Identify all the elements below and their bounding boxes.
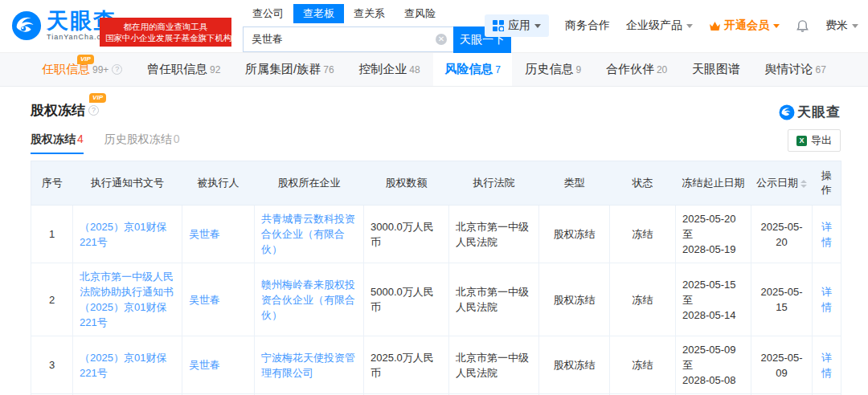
doc-number-cell: （2025）京01财保221号: [73, 206, 182, 263]
tianyancha-logo-icon: [11, 10, 42, 41]
nav-tab-partners[interactable]: 合作伙伴 20: [595, 53, 678, 86]
doc-number-cell: 北京市第一中级人民法院协助执行通知书（2025）京01财保221号: [73, 263, 182, 336]
detail-link[interactable]: 详情: [821, 221, 832, 248]
serial-cell: 2: [31, 263, 73, 336]
type-cell: 股权冻结: [539, 206, 610, 263]
section-title: 股权冻结 VIP: [31, 101, 85, 120]
nav-tab-risk-info[interactable]: 风险信息 7: [433, 53, 512, 86]
search-tab-relation[interactable]: 查关系: [344, 4, 395, 23]
action-cell: 详情: [813, 336, 841, 394]
type-cell: 股权冻结: [539, 263, 610, 336]
apps-menu[interactable]: 应用: [485, 14, 549, 37]
col-status: 状态: [610, 161, 676, 206]
excel-icon: X: [796, 136, 807, 146]
col-court: 执行法院: [449, 161, 539, 206]
doc-number-link[interactable]: （2025）京01财保221号: [80, 352, 166, 379]
col-action: 操作: [813, 161, 841, 206]
slogan-line1: 都在用的商业查询工具: [105, 21, 226, 32]
chevron-down-icon: [686, 24, 693, 28]
col-person: 被执行人: [182, 161, 255, 206]
doc-number-cell: （2025）京01财保221号: [73, 336, 182, 394]
open-vip-menu[interactable]: 开通会员: [709, 18, 780, 33]
help-icon[interactable]: ?: [88, 105, 99, 116]
search-tab-boss[interactable]: 查老板: [293, 4, 344, 23]
detail-link[interactable]: 详情: [821, 352, 832, 379]
subtab-equity-freeze[interactable]: 股权冻结4: [31, 132, 84, 154]
chevron-down-icon: [773, 24, 780, 28]
detail-link[interactable]: 详情: [821, 286, 832, 313]
col-serial: 序号: [31, 161, 73, 206]
vip-badge: VIP: [89, 93, 106, 103]
search-tabs: 查公司 查老板 查关系 查风险: [243, 4, 511, 23]
company-link[interactable]: 共青城青云数科投资合伙企业（有限合伙）: [261, 213, 355, 255]
person-link[interactable]: 吴世春: [189, 228, 220, 240]
person-cell: 吴世春: [182, 206, 255, 263]
company-cell: 共青城青云数科投资合伙企业（有限合伙）: [255, 206, 364, 263]
publish-date-cell: 2025-05-20: [751, 206, 813, 263]
nav-tab-positions[interactable]: VIP 任职信息 99+ ?: [31, 53, 133, 86]
court-cell: 北京市第一中级人民法院: [449, 206, 539, 263]
tianyancha-page: 天眼查 TianYanCha.com 都在用的商业查询工具 国家中小企业发展子基…: [0, 0, 868, 395]
top-menu: 应用 商务合作 企业级产品 开通会员: [485, 14, 858, 37]
period-cell: 2025-05-09 至 2028-05-08: [676, 336, 751, 394]
search-area: 查公司 查老板 查关系 查风险 ✕ 天眼一下: [243, 4, 511, 54]
business-cooperation-link[interactable]: 商务合作: [565, 18, 610, 33]
person-cell: 吴世春: [182, 263, 255, 336]
chevron-down-icon: [534, 24, 541, 28]
equity-freeze-table: 序号 执行通知书文号 被执行人 股权所在企业 股权数额 执行法院 类型 状态 冻…: [31, 161, 841, 395]
search-tab-risk[interactable]: 查风险: [395, 4, 445, 23]
brand-slogan: 都在用的商业查询工具 国家中小企业发展子基金旗下机构: [100, 18, 231, 47]
nav-tab-graph[interactable]: 天眼图谱: [681, 53, 751, 86]
user-menu[interactable]: 费米: [825, 18, 858, 33]
crown-icon: [709, 21, 721, 31]
person-link[interactable]: 吴世春: [189, 359, 220, 371]
bell-icon: [796, 19, 809, 33]
col-publish-date[interactable]: 公示日期: [751, 161, 813, 206]
slogan-line2: 国家中小企业发展子基金旗下机构: [105, 32, 226, 43]
nav-tab-public-opinion[interactable]: 舆情讨论 67: [754, 53, 837, 86]
nav-tab-group[interactable]: 所属集团/族群 76: [234, 53, 346, 86]
table-row: 1 （2025）京01财保221号 吴世春 共青城青云数科投资合伙企业（有限合伙…: [31, 206, 841, 263]
status-cell: 冻结: [610, 206, 676, 263]
col-type: 类型: [539, 161, 610, 206]
court-cell: 北京市第一中级人民法院: [449, 336, 539, 394]
type-cell: 股权冻结: [539, 336, 610, 394]
company-link[interactable]: 宁波梅花天使投资管理有限公司: [261, 352, 355, 379]
help-icon[interactable]: ?: [112, 64, 122, 75]
nav-tab-history-info[interactable]: 历史信息 9: [514, 53, 593, 86]
company-cell: 赣州梅岭春来股权投资合伙企业（有限合伙）: [255, 263, 364, 336]
doc-number-link[interactable]: （2025）京01财保221号: [80, 221, 166, 248]
clear-search-icon[interactable]: ✕: [436, 34, 447, 45]
nav-tab-controlled-companies[interactable]: 控制企业 48: [347, 53, 431, 86]
person-cell: 吴世春: [182, 336, 255, 394]
search-tab-company[interactable]: 查公司: [243, 4, 293, 23]
amount-cell: 2025.0万人民币: [364, 336, 449, 394]
username: 费米: [825, 18, 848, 33]
person-link[interactable]: 吴世春: [189, 294, 220, 306]
search-input[interactable]: [243, 26, 453, 52]
profile-nav-bar: VIP 任职信息 99+ ? 曾任职信息 92 所属集团/族群 76 控制企业 …: [0, 53, 868, 87]
doc-number-link[interactable]: 北京市第一中级人民法院协助执行通知书（2025）京01财保221号: [80, 271, 174, 328]
amount-cell: 3000.0万人民币: [364, 206, 449, 263]
table-row: 3 （2025）京01财保221号 吴世春 宁波梅花天使投资管理有限公司 202…: [31, 336, 841, 394]
top-header: 天眼查 TianYanCha.com 都在用的商业查询工具 国家中小企业发展子基…: [0, 0, 868, 53]
status-cell: 冻结: [610, 263, 676, 336]
col-period: 冻结起止日期: [676, 161, 751, 206]
nav-tab-former-positions[interactable]: 曾任职信息 92: [136, 53, 231, 86]
status-cell: 冻结: [610, 336, 676, 394]
company-link[interactable]: 赣州梅岭春来股权投资合伙企业（有限合伙）: [261, 279, 355, 321]
col-amount: 股权数额: [364, 161, 449, 206]
enterprise-products-menu[interactable]: 企业级产品: [626, 18, 693, 33]
chevron-down-icon: [852, 24, 858, 28]
publish-date-cell: 2025-05-09: [751, 336, 813, 394]
tianyancha-logo-icon: [779, 104, 795, 120]
subtab-history-equity-freeze[interactable]: 历史股权冻结0: [104, 132, 180, 154]
notifications-button[interactable]: [796, 19, 809, 33]
apps-label: 应用: [508, 18, 530, 33]
sort-icon[interactable]: [800, 180, 807, 188]
serial-cell: 3: [31, 336, 73, 394]
equity-freeze-section: 股权冻结 VIP ? 天眼查 股权冻结4 历史股权冻结0 X 导出: [0, 87, 868, 154]
tianyancha-watermark: 天眼查: [779, 103, 841, 121]
action-cell: 详情: [813, 263, 841, 336]
export-button[interactable]: X 导出: [788, 129, 841, 152]
